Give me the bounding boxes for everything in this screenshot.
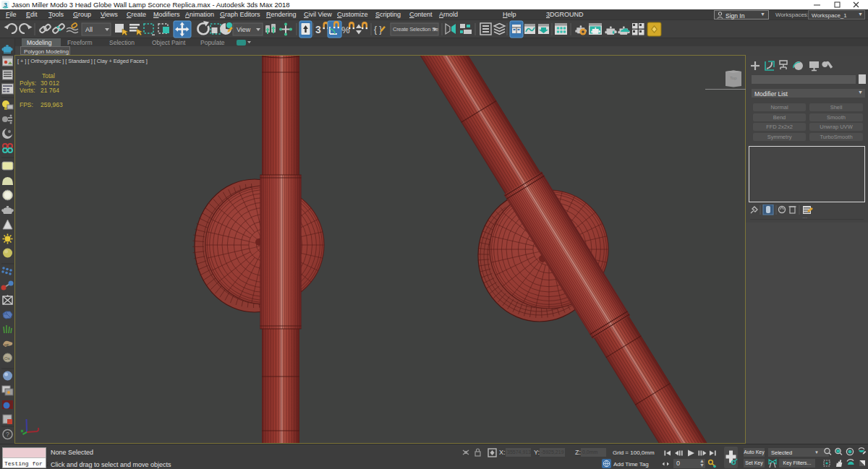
svg-text:All: All (85, 26, 93, 33)
svg-text:Os: Os (4, 356, 10, 361)
svg-text:{ }: { } (374, 25, 382, 35)
svg-text:HF: HF (4, 343, 9, 348)
svg-text:3: 3 (315, 24, 321, 35)
svg-text:Create Selection Se: Create Selection Se (393, 26, 438, 33)
svg-text:Top: Top (730, 76, 737, 80)
svg-text:View: View (237, 26, 251, 33)
svg-text:?: ? (6, 431, 9, 438)
